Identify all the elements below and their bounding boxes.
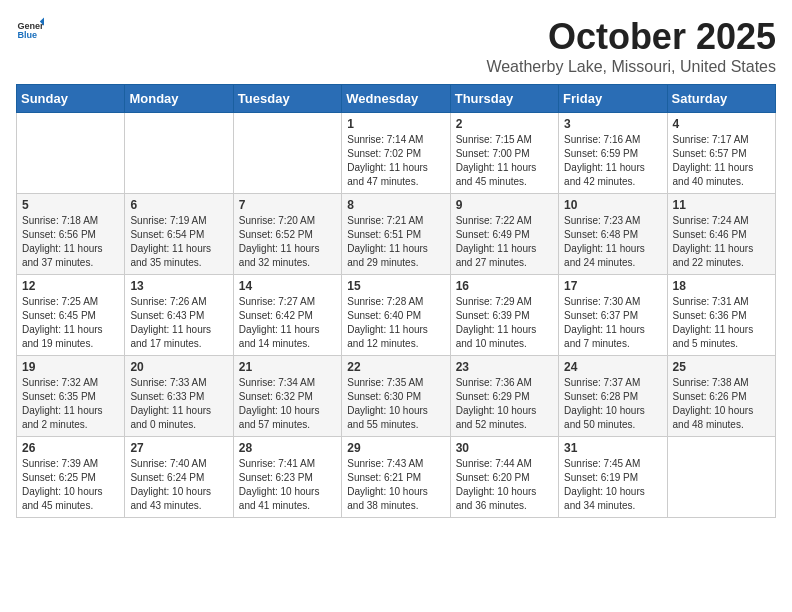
day-number: 25 [673,360,770,374]
day-number: 24 [564,360,661,374]
day-info: Sunrise: 7:34 AMSunset: 6:32 PMDaylight:… [239,376,336,432]
day-info: Sunrise: 7:40 AMSunset: 6:24 PMDaylight:… [130,457,227,513]
calendar-cell: 4Sunrise: 7:17 AMSunset: 6:57 PMDaylight… [667,113,775,194]
day-number: 23 [456,360,553,374]
day-info: Sunrise: 7:23 AMSunset: 6:48 PMDaylight:… [564,214,661,270]
day-info: Sunrise: 7:15 AMSunset: 7:00 PMDaylight:… [456,133,553,189]
weekday-header-monday: Monday [125,85,233,113]
day-info: Sunrise: 7:24 AMSunset: 6:46 PMDaylight:… [673,214,770,270]
calendar-cell: 22Sunrise: 7:35 AMSunset: 6:30 PMDayligh… [342,356,450,437]
day-info: Sunrise: 7:14 AMSunset: 7:02 PMDaylight:… [347,133,444,189]
day-number: 7 [239,198,336,212]
calendar-cell: 6Sunrise: 7:19 AMSunset: 6:54 PMDaylight… [125,194,233,275]
day-info: Sunrise: 7:45 AMSunset: 6:19 PMDaylight:… [564,457,661,513]
calendar-cell: 17Sunrise: 7:30 AMSunset: 6:37 PMDayligh… [559,275,667,356]
day-number: 21 [239,360,336,374]
day-number: 5 [22,198,119,212]
day-number: 8 [347,198,444,212]
day-info: Sunrise: 7:29 AMSunset: 6:39 PMDaylight:… [456,295,553,351]
day-number: 10 [564,198,661,212]
calendar-cell: 28Sunrise: 7:41 AMSunset: 6:23 PMDayligh… [233,437,341,518]
title-area: October 2025 Weatherby Lake, Missouri, U… [486,16,776,76]
day-number: 30 [456,441,553,455]
day-info: Sunrise: 7:30 AMSunset: 6:37 PMDaylight:… [564,295,661,351]
day-info: Sunrise: 7:22 AMSunset: 6:49 PMDaylight:… [456,214,553,270]
day-number: 12 [22,279,119,293]
day-info: Sunrise: 7:38 AMSunset: 6:26 PMDaylight:… [673,376,770,432]
day-info: Sunrise: 7:33 AMSunset: 6:33 PMDaylight:… [130,376,227,432]
calendar-cell: 5Sunrise: 7:18 AMSunset: 6:56 PMDaylight… [17,194,125,275]
day-number: 16 [456,279,553,293]
day-number: 6 [130,198,227,212]
calendar-cell: 8Sunrise: 7:21 AMSunset: 6:51 PMDaylight… [342,194,450,275]
day-info: Sunrise: 7:44 AMSunset: 6:20 PMDaylight:… [456,457,553,513]
weekday-header-sunday: Sunday [17,85,125,113]
day-number: 4 [673,117,770,131]
day-number: 19 [22,360,119,374]
calendar-cell: 2Sunrise: 7:15 AMSunset: 7:00 PMDaylight… [450,113,558,194]
calendar-cell: 7Sunrise: 7:20 AMSunset: 6:52 PMDaylight… [233,194,341,275]
calendar-cell [667,437,775,518]
day-info: Sunrise: 7:27 AMSunset: 6:42 PMDaylight:… [239,295,336,351]
day-info: Sunrise: 7:21 AMSunset: 6:51 PMDaylight:… [347,214,444,270]
day-number: 20 [130,360,227,374]
calendar-cell: 30Sunrise: 7:44 AMSunset: 6:20 PMDayligh… [450,437,558,518]
calendar-cell: 1Sunrise: 7:14 AMSunset: 7:02 PMDaylight… [342,113,450,194]
calendar-cell: 27Sunrise: 7:40 AMSunset: 6:24 PMDayligh… [125,437,233,518]
logo: General Blue [16,16,44,44]
day-info: Sunrise: 7:36 AMSunset: 6:29 PMDaylight:… [456,376,553,432]
day-info: Sunrise: 7:35 AMSunset: 6:30 PMDaylight:… [347,376,444,432]
day-info: Sunrise: 7:19 AMSunset: 6:54 PMDaylight:… [130,214,227,270]
calendar-cell: 18Sunrise: 7:31 AMSunset: 6:36 PMDayligh… [667,275,775,356]
day-number: 22 [347,360,444,374]
day-number: 3 [564,117,661,131]
calendar-cell: 11Sunrise: 7:24 AMSunset: 6:46 PMDayligh… [667,194,775,275]
calendar-cell: 15Sunrise: 7:28 AMSunset: 6:40 PMDayligh… [342,275,450,356]
calendar-cell [17,113,125,194]
day-info: Sunrise: 7:28 AMSunset: 6:40 PMDaylight:… [347,295,444,351]
weekday-header-tuesday: Tuesday [233,85,341,113]
day-number: 26 [22,441,119,455]
day-number: 11 [673,198,770,212]
day-number: 31 [564,441,661,455]
day-info: Sunrise: 7:41 AMSunset: 6:23 PMDaylight:… [239,457,336,513]
day-number: 17 [564,279,661,293]
day-info: Sunrise: 7:17 AMSunset: 6:57 PMDaylight:… [673,133,770,189]
day-info: Sunrise: 7:37 AMSunset: 6:28 PMDaylight:… [564,376,661,432]
day-number: 18 [673,279,770,293]
day-number: 13 [130,279,227,293]
svg-text:General: General [17,21,44,31]
calendar-cell: 12Sunrise: 7:25 AMSunset: 6:45 PMDayligh… [17,275,125,356]
calendar-cell: 13Sunrise: 7:26 AMSunset: 6:43 PMDayligh… [125,275,233,356]
calendar-cell [233,113,341,194]
calendar-cell: 10Sunrise: 7:23 AMSunset: 6:48 PMDayligh… [559,194,667,275]
weekday-header-saturday: Saturday [667,85,775,113]
day-info: Sunrise: 7:32 AMSunset: 6:35 PMDaylight:… [22,376,119,432]
month-title: October 2025 [486,16,776,58]
day-number: 1 [347,117,444,131]
day-number: 9 [456,198,553,212]
calendar-cell: 21Sunrise: 7:34 AMSunset: 6:32 PMDayligh… [233,356,341,437]
day-number: 28 [239,441,336,455]
calendar-cell: 24Sunrise: 7:37 AMSunset: 6:28 PMDayligh… [559,356,667,437]
calendar-cell: 31Sunrise: 7:45 AMSunset: 6:19 PMDayligh… [559,437,667,518]
day-number: 14 [239,279,336,293]
calendar-cell: 9Sunrise: 7:22 AMSunset: 6:49 PMDaylight… [450,194,558,275]
calendar-cell: 23Sunrise: 7:36 AMSunset: 6:29 PMDayligh… [450,356,558,437]
day-info: Sunrise: 7:16 AMSunset: 6:59 PMDaylight:… [564,133,661,189]
day-info: Sunrise: 7:43 AMSunset: 6:21 PMDaylight:… [347,457,444,513]
weekday-header-wednesday: Wednesday [342,85,450,113]
day-number: 15 [347,279,444,293]
calendar-cell: 14Sunrise: 7:27 AMSunset: 6:42 PMDayligh… [233,275,341,356]
day-info: Sunrise: 7:25 AMSunset: 6:45 PMDaylight:… [22,295,119,351]
calendar-cell [125,113,233,194]
svg-text:Blue: Blue [17,30,37,40]
day-info: Sunrise: 7:31 AMSunset: 6:36 PMDaylight:… [673,295,770,351]
calendar: SundayMondayTuesdayWednesdayThursdayFrid… [16,84,776,518]
calendar-cell: 3Sunrise: 7:16 AMSunset: 6:59 PMDaylight… [559,113,667,194]
day-info: Sunrise: 7:39 AMSunset: 6:25 PMDaylight:… [22,457,119,513]
logo-icon: General Blue [16,16,44,44]
calendar-cell: 19Sunrise: 7:32 AMSunset: 6:35 PMDayligh… [17,356,125,437]
header: General Blue October 2025 Weatherby Lake… [16,16,776,76]
weekday-header-friday: Friday [559,85,667,113]
